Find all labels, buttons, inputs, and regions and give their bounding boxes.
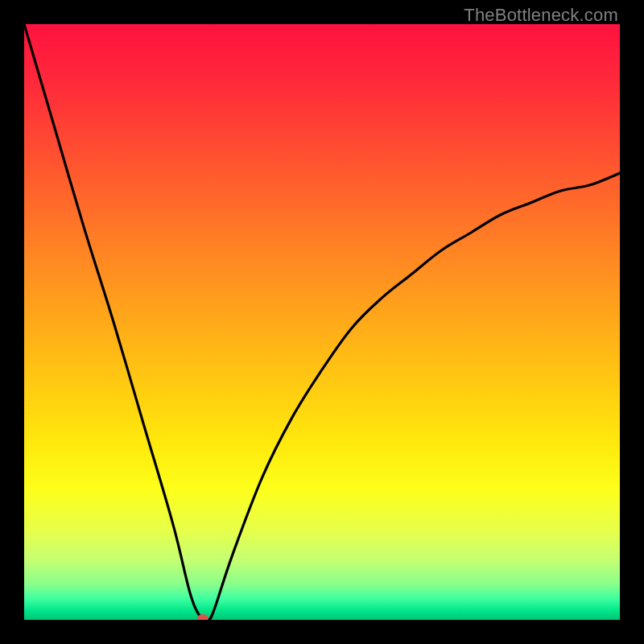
chart-frame: TheBottleneck.com (0, 0, 644, 644)
watermark-text: TheBottleneck.com (464, 5, 618, 26)
bottleneck-curve (24, 24, 620, 620)
plot-area (24, 24, 620, 620)
curve-layer (24, 24, 620, 620)
